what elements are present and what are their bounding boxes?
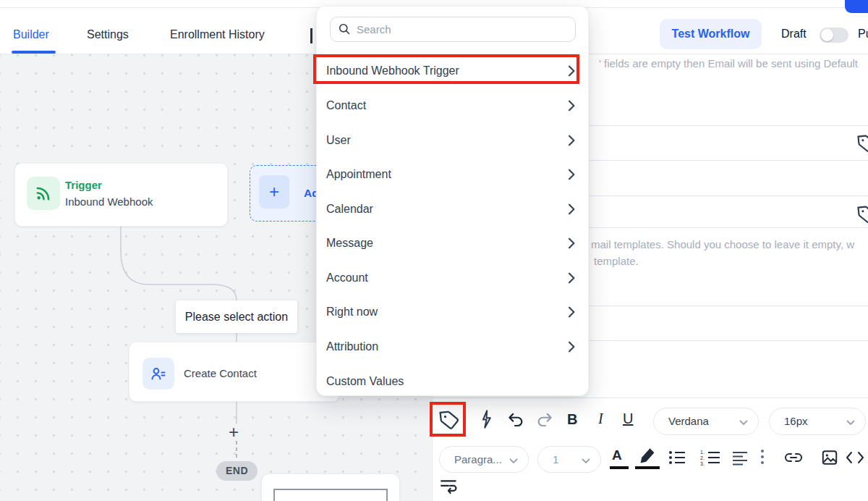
chevron-right-icon <box>568 100 576 111</box>
svg-text:1.: 1. <box>700 450 705 455</box>
menu-item-calendar[interactable]: Calendar <box>317 193 590 225</box>
line-height-select[interactable]: 1 <box>537 446 601 473</box>
chevron-down-icon <box>509 458 518 464</box>
helper-text-top: ' fields are empty then Email will be se… <box>599 57 858 70</box>
publish-label: Publish <box>858 28 868 41</box>
helper-text-line2: template. <box>594 255 639 267</box>
bottom-popup-card <box>262 474 399 501</box>
font-family-select[interactable]: Verdana <box>653 408 759 435</box>
menu-item-account[interactable]: Account <box>317 261 590 294</box>
test-workflow-button[interactable]: Test Workflow <box>660 19 762 49</box>
highlighter-icon[interactable] <box>637 447 658 468</box>
trigger-card-title: Trigger <box>65 179 102 191</box>
menu-item-right-now[interactable]: Right now <box>317 295 590 328</box>
search-input[interactable] <box>330 17 576 42</box>
trigger-iconbox <box>27 177 60 210</box>
font-size-select[interactable]: 16px <box>769 408 866 435</box>
chevron-right-icon <box>568 135 576 146</box>
menu-item-message[interactable]: Message <box>317 227 590 259</box>
create-contact-label: Create Contact <box>184 367 257 379</box>
menu-item-label: Right now <box>326 295 378 328</box>
tab-settings[interactable]: Settings <box>87 28 129 41</box>
menu-item-label: User <box>326 124 351 156</box>
annotation-box-inbound-webhook <box>313 54 579 84</box>
menu-item-label: Message <box>326 227 373 259</box>
helper-text-line1: mail templates. Should you choose to lea… <box>591 238 854 250</box>
chevron-down-icon <box>846 420 855 426</box>
menu-item-label: Account <box>326 261 368 294</box>
menu-item-label: Appointment <box>326 158 391 190</box>
rss-icon <box>34 184 53 203</box>
undo-icon[interactable] <box>506 411 525 432</box>
trigger-card-subtitle: Inbound Webhook <box>65 195 153 208</box>
bold-button[interactable]: B <box>567 411 577 428</box>
menu-item-custom-values[interactable]: Custom Values <box>317 365 590 397</box>
partial-hidden-tab-text <box>310 28 312 43</box>
menu-item-label: Custom Values <box>326 365 404 397</box>
menu-item-label: Contact <box>326 89 366 122</box>
svg-text:3.: 3. <box>700 461 705 466</box>
text-color-underbar <box>610 466 629 469</box>
menu-item-user[interactable]: User <box>317 124 590 156</box>
menu-item-label: Attribution <box>326 330 378 363</box>
ordered-list-icon[interactable]: 1. 2. 3. <box>700 449 720 469</box>
chevron-right-icon <box>568 306 576 318</box>
annotation-box-tag-icon <box>430 402 466 437</box>
contact-iconbox <box>142 358 174 390</box>
workflow-builder-screen: Builder Settings Enrollment History Test… <box>0 0 868 501</box>
search-wrap <box>330 17 576 42</box>
select-action-placeholder: Please select action <box>176 300 297 333</box>
redo-icon[interactable] <box>535 411 554 432</box>
publish-toggle[interactable] <box>820 28 848 43</box>
toggle-knob <box>821 29 833 41</box>
font-size-value: 16px <box>784 415 808 427</box>
chevron-right-icon <box>568 203 576 215</box>
field-tag-icon[interactable] <box>856 204 868 227</box>
trigger-node-card[interactable]: Trigger Inbound Webhook <box>14 163 228 227</box>
italic-button[interactable]: I <box>598 411 603 427</box>
chevron-right-icon <box>568 341 576 353</box>
tab-enrollment-history[interactable]: Enrollment History <box>170 28 265 41</box>
link-icon[interactable] <box>784 450 803 468</box>
bottom-popup-field[interactable] <box>273 489 388 501</box>
add-step-plus[interactable]: + <box>229 422 239 442</box>
menu-item-attribution[interactable]: Attribution <box>317 330 590 363</box>
underline-button[interactable]: U <box>623 411 633 427</box>
chevron-right-icon <box>568 237 576 249</box>
menu-item-contact[interactable]: Contact <box>317 89 590 122</box>
line-height-value: 1 <box>553 453 558 466</box>
search-icon <box>338 22 351 35</box>
highlight-underbar <box>635 466 660 469</box>
wrap-icon[interactable] <box>440 478 459 498</box>
image-icon[interactable] <box>820 448 839 470</box>
svg-text:2.: 2. <box>700 455 705 460</box>
lightning-icon[interactable] <box>476 409 496 432</box>
menu-item-label: Calendar <box>326 193 373 225</box>
tab-builder[interactable]: Builder <box>13 28 49 41</box>
bullet-list-icon[interactable] <box>668 449 686 469</box>
end-badge: END <box>216 461 258 481</box>
field-tag-icon[interactable] <box>856 133 868 156</box>
menu-item-appointment[interactable]: Appointment <box>317 158 590 190</box>
browser-corner-pill <box>845 0 868 13</box>
kebab-icon[interactable] <box>760 447 765 467</box>
paragraph-style-select[interactable]: Paragra... <box>439 446 529 473</box>
field-divider <box>432 397 868 398</box>
font-family-value: Verdana <box>668 415 709 427</box>
chevron-right-icon <box>568 272 576 284</box>
add-person-icon <box>150 365 167 382</box>
align-icon[interactable] <box>731 449 749 469</box>
code-icon[interactable] <box>844 450 866 468</box>
create-contact-node-card[interactable]: Create Contact <box>129 342 340 402</box>
chevron-right-icon <box>568 169 576 180</box>
chevron-down-icon <box>739 420 748 426</box>
chevron-down-icon <box>582 458 590 464</box>
draft-label: Draft <box>781 28 807 41</box>
paragraph-style-value: Paragra... <box>454 453 502 466</box>
text-color-button[interactable]: A <box>612 447 622 463</box>
plus-icon: + <box>259 175 289 209</box>
